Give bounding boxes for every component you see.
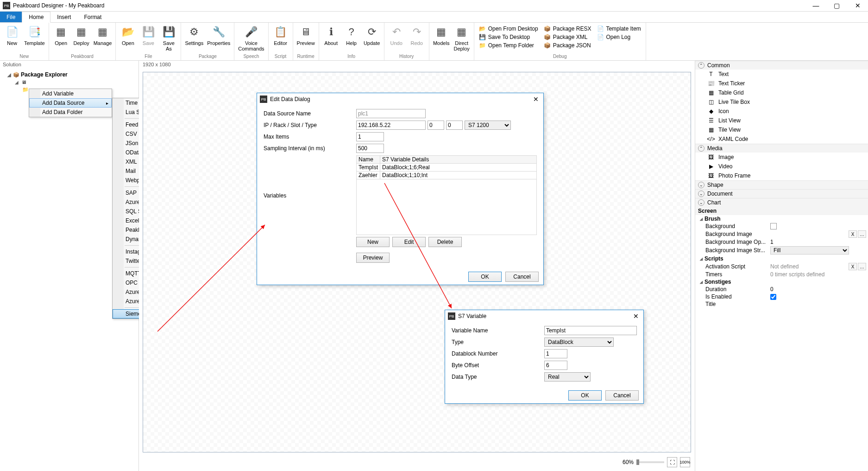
ribbon-save-to-desktop-button[interactable]: 💾Save To Desktop — [476, 33, 541, 41]
zoom-bar: 60% ⛶ 100% — [623, 457, 690, 467]
menu-item-add-variable[interactable]: Add Variable — [29, 89, 112, 98]
ribbon-direct-deploy-button[interactable]: ▦DirectDeploy — [452, 24, 472, 54]
table-row[interactable]: ZaehlerDataBlock;1;10;Int — [357, 172, 537, 179]
rack-input[interactable] — [428, 121, 444, 130]
ip-input[interactable] — [356, 121, 426, 130]
section-chart[interactable]: ⌄Chart — [695, 198, 868, 207]
section-shape[interactable]: ⌄Shape — [695, 180, 868, 189]
tab-format[interactable]: Format — [77, 12, 108, 22]
zoom-fit-button[interactable]: ⛶ — [667, 457, 677, 467]
toolbox-xaml-code[interactable]: </>XAML Code — [695, 134, 868, 144]
toolbox-live-tile-box[interactable]: ◫Live Tile Box — [695, 97, 868, 107]
toolbox-list-view[interactable]: ☰List View — [695, 116, 868, 125]
toolbox-image[interactable]: 🖼Image — [695, 153, 868, 162]
sampling-interval-input[interactable] — [356, 144, 384, 153]
dialog2-close-button[interactable]: ✕ — [631, 312, 641, 320]
prop-background-image-str-: Background Image Str...Fill — [695, 246, 868, 255]
toolbox-video[interactable]: ▶Video — [695, 162, 868, 171]
ribbon-package-json-button[interactable]: 📦Package JSON — [541, 41, 594, 50]
ribbon-undo-button[interactable]: ↶Undo — [386, 24, 407, 54]
ribbon-voice-commands-button[interactable]: 🎤VoiceCommands — [236, 24, 266, 54]
xaml-code-icon: </> — [706, 135, 716, 143]
prop-group-scripts[interactable]: Scripts — [695, 255, 868, 262]
var-delete-button[interactable]: Delete — [428, 237, 462, 247]
toolbox-icon[interactable]: ◆Icon — [695, 107, 868, 116]
dialog-icon: PB — [260, 95, 267, 103]
ribbon-help-button[interactable]: ?Help — [341, 24, 362, 54]
ribbon-save-button[interactable]: 💾Save — [138, 24, 158, 54]
ribbon-template-item-button[interactable]: 📄Template Item — [594, 25, 643, 33]
prop-group-sonstiges[interactable]: Sonstiges — [695, 278, 868, 286]
ribbon-redo-button[interactable]: ↷Redo — [407, 24, 427, 54]
ribbon-package-xml-button[interactable]: 📦Package XML — [541, 33, 594, 41]
ribbon-preview-button[interactable]: 🖥Preview — [295, 24, 317, 54]
menu-item-add-data-folder[interactable]: Add Data Folder — [29, 108, 112, 117]
ribbon-update-button[interactable]: ⟳Update — [362, 24, 382, 54]
ribbon-manage-button[interactable]: ▦Manage — [92, 24, 114, 54]
tree-child-1[interactable]: ◢🖥S — [0, 78, 138, 86]
ribbon-editor-button[interactable]: 📋Editor — [270, 24, 291, 54]
ribbon-open-temp-folder-button[interactable]: 📁Open Temp Folder — [476, 41, 541, 50]
ribbon-properties-button[interactable]: 🔧Properties — [205, 24, 232, 54]
right-panel: ⌃CommonTText📰Text Ticker▦Table Grid◫Live… — [695, 61, 868, 471]
var-edit-button[interactable]: Edit — [392, 237, 426, 247]
max-items-input[interactable] — [356, 132, 384, 141]
direct-deploy-icon: ▦ — [454, 25, 469, 39]
table-grid-icon: ▦ — [706, 89, 716, 96]
close-button[interactable]: ✕ — [847, 0, 868, 12]
table-row[interactable]: TempIstDataBlock;1;6;Real — [357, 164, 537, 172]
dialog-close-button[interactable]: ✕ — [531, 95, 541, 103]
ribbon-open-button[interactable]: 📂Open — [118, 24, 138, 54]
dialog-cancel-button[interactable]: Cancel — [505, 272, 539, 282]
ribbon-deploy-button[interactable]: ▦Deploy — [71, 24, 92, 54]
ribbon-package-resx-button[interactable]: 📦Package RESX — [541, 25, 594, 33]
list-view-icon: ☰ — [706, 117, 716, 124]
editor-icon: 📋 — [273, 25, 288, 39]
dialog2-ok-button[interactable]: OK — [568, 390, 602, 401]
slot-input[interactable] — [446, 121, 463, 130]
s7-variable-dialog: PB S7 Variable ✕ Variable Name Type Data… — [445, 310, 644, 404]
variables-table[interactable]: NameS7 Variable Details TempIstDataBlock… — [356, 155, 537, 179]
tab-file[interactable]: File — [0, 12, 22, 22]
zoom-100-button[interactable]: 100% — [680, 457, 690, 467]
prop-group-brush[interactable]: Brush — [695, 215, 868, 223]
ribbon-open-button[interactable]: ▦Open — [51, 24, 71, 54]
toolbox-table-grid[interactable]: ▦Table Grid — [695, 88, 868, 97]
settings-icon: ⚙ — [187, 25, 201, 39]
deploy-icon: ▦ — [74, 25, 89, 39]
ribbon-save-as-button[interactable]: 💾SaveAs — [158, 24, 179, 54]
ribbon-open-from-desktop-button[interactable]: 📂Open From Desktop — [476, 25, 541, 33]
ribbon-about-button[interactable]: ℹAbout — [321, 24, 341, 54]
toolbox-tile-view[interactable]: ▦Tile View — [695, 125, 868, 134]
ribbon-settings-button[interactable]: ⚙Settings — [183, 24, 205, 54]
section-common[interactable]: ⌃Common — [695, 61, 868, 70]
plc-type-select[interactable]: S7 1200 — [465, 121, 511, 130]
toolbox-text-ticker[interactable]: 📰Text Ticker — [695, 79, 868, 88]
package-explorer-node[interactable]: ◢📦Package Explorer — [0, 71, 138, 78]
undo-icon: ↶ — [389, 25, 404, 39]
section-media[interactable]: ⌃Media — [695, 144, 868, 153]
dialog2-cancel-button[interactable]: Cancel — [605, 390, 639, 401]
datasource-name-input[interactable] — [356, 109, 426, 118]
ribbon-open-log-button[interactable]: 📄Open Log — [594, 33, 643, 41]
variable-name-input[interactable] — [544, 326, 637, 335]
ribbon-template-button[interactable]: 📑Template — [22, 24, 47, 54]
tab-insert[interactable]: Insert — [50, 12, 77, 22]
toolbox-photo-frame[interactable]: 🖼Photo Frame — [695, 171, 868, 180]
dialog-ok-button[interactable]: OK — [468, 272, 502, 282]
menu-item-add-data-source[interactable]: Add Data Source▸ — [29, 98, 112, 108]
data-type-select[interactable]: Real — [544, 372, 591, 382]
preview-button[interactable]: Preview — [356, 253, 390, 263]
ribbon-models-button[interactable]: ▦Models — [431, 24, 452, 54]
datablock-number-input[interactable] — [544, 349, 567, 358]
byte-offset-input[interactable] — [544, 361, 567, 370]
redo-icon: ↷ — [409, 25, 424, 39]
toolbox-text[interactable]: TText — [695, 70, 868, 79]
var-new-button[interactable]: New — [356, 237, 390, 247]
variable-type-select[interactable]: DataBlock — [544, 337, 614, 347]
minimize-button[interactable]: — — [805, 0, 826, 12]
ribbon-new-button[interactable]: 📄New — [2, 24, 22, 54]
maximize-button[interactable]: ▢ — [826, 0, 847, 12]
tab-home[interactable]: Home — [22, 12, 50, 23]
section-document[interactable]: ⌄Document — [695, 189, 868, 198]
